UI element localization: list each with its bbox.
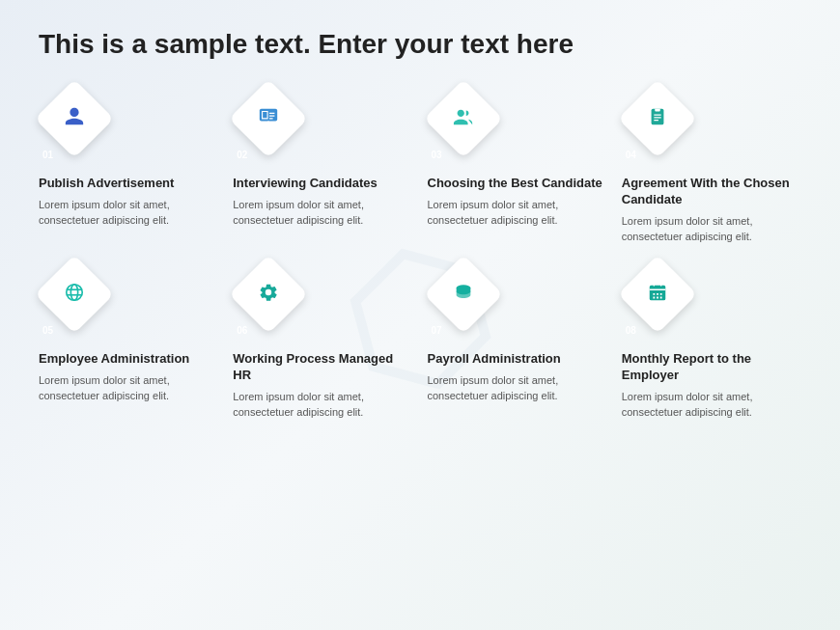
step-number-06: 06: [237, 325, 247, 336]
icon-wrap-02: 02: [233, 89, 320, 166]
item-06: 06 Working Process Managed HR Lorem ipsu…: [233, 264, 412, 421]
item-04: 04 Agreement With the Chosen Candidate L…: [622, 89, 801, 245]
item-title-03: Choosing the Best Candidate: [428, 176, 602, 192]
icon-wrap-05: 05: [39, 264, 126, 342]
item-01: 01 Publish Advertisement Lorem ipsum dol…: [39, 89, 218, 245]
icon-wrap-07: 07: [428, 264, 515, 342]
item-desc-02: Lorem ipsum dolor sit amet, consectetuer…: [233, 197, 412, 229]
item-desc-05: Lorem ipsum dolor sit amet, consectetuer…: [39, 372, 218, 404]
item-title-07: Payroll Administration: [428, 351, 561, 368]
step-number-03: 03: [432, 150, 442, 160]
item-title-01: Publish Advertisement: [39, 176, 174, 192]
icon-wrap-03: 03: [428, 89, 515, 166]
step-icon-01: [64, 106, 85, 131]
diamond-front-04: [618, 79, 697, 158]
step-icon-07: [453, 282, 474, 307]
diamond-front-01: [35, 79, 114, 158]
item-08: 08 Monthly Report to the Employer Lorem …: [622, 264, 801, 421]
item-desc-08: Lorem ipsum dolor sit amet, consectetuer…: [622, 389, 801, 421]
item-title-04: Agreement With the Chosen Candidate: [622, 176, 801, 208]
icon-wrap-08: 08: [622, 264, 709, 342]
diamond-front-07: [423, 255, 502, 334]
item-title-08: Monthly Report to the Employer: [622, 351, 801, 384]
step-number-05: 05: [42, 325, 53, 336]
diamond-front-03: [423, 79, 502, 158]
slide-title: This is a sample text. Enter your text h…: [39, 29, 801, 60]
item-03: 03 Choosing the Best Candidate Lorem ips…: [428, 89, 607, 245]
icon-wrap-01: 01: [39, 89, 126, 166]
svg-point-2: [67, 285, 83, 301]
item-desc-07: Lorem ipsum dolor sit amet, consectetuer…: [428, 372, 607, 404]
step-number-08: 08: [626, 325, 636, 336]
diamond-front-06: [229, 255, 308, 334]
item-title-05: Employee Administration: [39, 351, 189, 368]
slide: ⬡ This is a sample text. Enter your text…: [0, 0, 840, 630]
item-desc-03: Lorem ipsum dolor sit amet, consectetuer…: [428, 197, 607, 229]
item-02: 02 Interviewing Candidates Lorem ipsum d…: [233, 89, 412, 245]
items-grid: 01 Publish Advertisement Lorem ipsum dol…: [39, 89, 801, 421]
item-07: 07 Payroll Administration Lorem ipsum do…: [428, 264, 607, 421]
step-number-07: 07: [432, 325, 442, 336]
item-05: 05 Employee Administration Lorem ipsum d…: [39, 264, 218, 421]
icon-wrap-06: 06: [233, 264, 320, 342]
step-icon-03: [453, 106, 474, 131]
step-number-02: 02: [237, 150, 247, 160]
step-icon-06: [258, 282, 279, 307]
step-icon-02: [258, 106, 279, 131]
step-number-01: 01: [42, 150, 53, 160]
diamond-front-08: [618, 255, 697, 334]
item-desc-01: Lorem ipsum dolor sit amet, consectetuer…: [39, 197, 218, 229]
item-title-06: Working Process Managed HR: [233, 351, 412, 384]
diamond-front-02: [229, 79, 308, 158]
item-title-02: Interviewing Candidates: [233, 176, 378, 192]
step-number-04: 04: [626, 150, 636, 160]
icon-wrap-04: 04: [622, 89, 709, 166]
item-desc-04: Lorem ipsum dolor sit amet, consectetuer…: [622, 213, 801, 245]
step-icon-08: [647, 282, 668, 307]
step-icon-05: [64, 282, 85, 307]
item-desc-06: Lorem ipsum dolor sit amet, consectetuer…: [233, 389, 412, 421]
step-icon-04: [647, 106, 668, 131]
diamond-front-05: [35, 255, 114, 334]
svg-point-3: [70, 285, 77, 301]
